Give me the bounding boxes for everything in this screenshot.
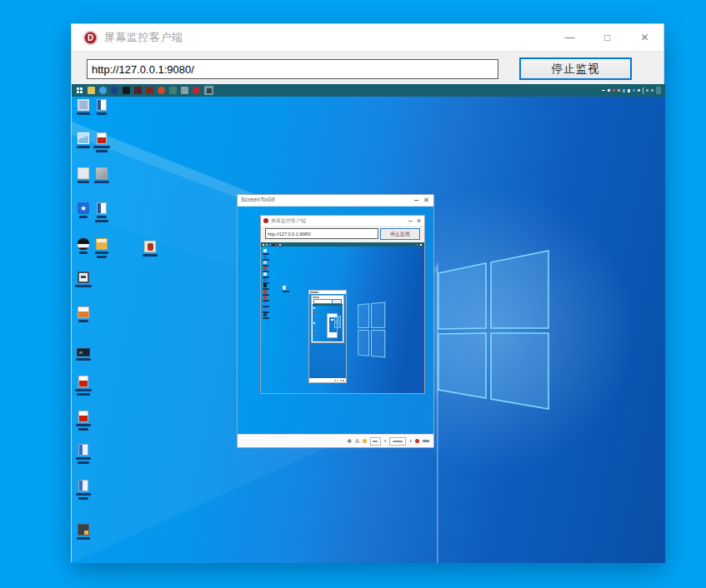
- desktop-icon[interactable]: [74, 524, 93, 540]
- tray-icon[interactable]: [638, 89, 640, 92]
- recorder-titlebar[interactable]: ScreenToGif: [238, 195, 433, 207]
- nested-close-icon[interactable]: [418, 219, 421, 222]
- maximize-icon[interactable]: □: [588, 24, 626, 51]
- desktop-icon[interactable]: [93, 99, 111, 115]
- system-tray[interactable]: [602, 84, 661, 97]
- board-icon[interactable]: [363, 439, 367, 443]
- desktop-icon[interactable]: [74, 480, 93, 500]
- recorder-close-icon[interactable]: [424, 197, 428, 202]
- app-logo-icon: [83, 31, 98, 45]
- recorder-window-level2: [308, 290, 347, 383]
- window-controls: — □ ✕: [551, 24, 663, 51]
- desktop-icon[interactable]: [93, 132, 111, 152]
- nested-client-titlebar: 屏幕监控客户端: [261, 216, 424, 226]
- tray-chevron-icon[interactable]: [646, 89, 648, 92]
- nested-url-input[interactable]: http://127.0.0.1:9080/: [265, 228, 378, 239]
- taskbar-app-icon[interactable]: [181, 87, 188, 94]
- fps-field[interactable]: [370, 437, 381, 446]
- nested-remote-view: [261, 242, 424, 393]
- close-icon[interactable]: ✕: [626, 24, 663, 51]
- minimize-icon[interactable]: —: [551, 24, 588, 51]
- nested-stop-button[interactable]: 停止监视: [380, 228, 420, 240]
- recorder-capture-area: 屏幕监控客户端 http://127.0.0.1:9080/ 停止监视: [238, 207, 433, 434]
- taskbar-app-icon[interactable]: [169, 87, 177, 94]
- tray-icon[interactable]: [623, 89, 625, 92]
- nested-icon-grid: [263, 249, 278, 319]
- taskbar-active-app-icon[interactable]: [204, 86, 213, 95]
- desktop-icon[interactable]: [74, 272, 93, 287]
- nested-client-title: 屏幕监控客户端: [271, 217, 306, 225]
- start-button-icon[interactable]: [76, 87, 83, 94]
- desktop-icon[interactable]: [74, 167, 93, 183]
- stop-monitor-button[interactable]: 停止监视: [519, 57, 632, 80]
- url-input[interactable]: [87, 59, 498, 79]
- desktop-icon[interactable]: [74, 238, 93, 254]
- nested-app-logo-icon: [263, 218, 268, 223]
- nested-client-window[interactable]: 屏幕监控客户端 http://127.0.0.1:9080/ 停止监视: [260, 215, 425, 394]
- nested-taskbar: [261, 242, 424, 247]
- dropdown-caret-icon[interactable]: ▾: [409, 439, 412, 443]
- recorder-title: ScreenToGif: [241, 197, 275, 202]
- remote-screen-view[interactable]: ★: [72, 84, 665, 563]
- desktop-icon[interactable]: [74, 444, 93, 464]
- nested-toolbar: http://127.0.0.1:9080/ 停止监视: [261, 226, 424, 242]
- desktop-icon[interactable]: ★: [74, 202, 93, 218]
- desktop-icon[interactable]: [74, 376, 93, 396]
- toolbar: 停止监视: [72, 51, 663, 84]
- window-title: 屏幕监控客户端: [104, 30, 183, 45]
- recorder-minimize-icon[interactable]: [414, 200, 418, 201]
- desktop-icon[interactable]: [74, 348, 93, 361]
- taskbar-app-icon[interactable]: [99, 87, 107, 94]
- nested-minimize-icon[interactable]: [408, 221, 413, 222]
- taskbar-app-icon[interactable]: [146, 87, 153, 94]
- tray-icon[interactable]: [608, 89, 610, 92]
- record-button[interactable]: [415, 439, 419, 443]
- nested-windows-logo: [358, 301, 385, 357]
- size-field[interactable]: [389, 437, 406, 446]
- move-region-icon[interactable]: ✚: [347, 438, 352, 444]
- show-desktop-button[interactable]: [656, 87, 661, 94]
- tray-icon[interactable]: [613, 89, 615, 92]
- nested-lone-icon: [283, 286, 289, 292]
- desktop-icon[interactable]: [141, 241, 159, 257]
- desktop-icon[interactable]: [74, 99, 93, 115]
- remote-taskbar[interactable]: [72, 84, 665, 97]
- tray-icon[interactable]: [628, 89, 630, 92]
- taskbar-app-icon[interactable]: [134, 87, 142, 94]
- taskbar-app-icon[interactable]: [158, 87, 165, 94]
- taskbar-app-icon[interactable]: [111, 87, 118, 94]
- tray-chevron-icon[interactable]: [651, 89, 653, 92]
- recorder-toolbar[interactable]: ✚ A ▾ ▾: [238, 434, 433, 447]
- nested-client-level2: [311, 295, 344, 343]
- recorder-window[interactable]: ScreenToGif 屏幕监控客户端 http: [237, 194, 434, 448]
- tray-separator: [643, 87, 643, 94]
- tray-minimize-icon[interactable]: [602, 90, 605, 91]
- desktop-icon[interactable]: [93, 238, 111, 258]
- record-label-smudge: [423, 440, 429, 442]
- taskbar-app-icon[interactable]: [123, 87, 130, 94]
- taskbar-app-icon[interactable]: [88, 87, 95, 94]
- titlebar[interactable]: 屏幕监控客户端 — □ ✕: [72, 24, 663, 51]
- desktop-icon[interactable]: [74, 411, 93, 431]
- desktop-icon[interactable]: [93, 202, 111, 222]
- pencil-icon[interactable]: A: [355, 438, 359, 444]
- dropdown-caret-icon[interactable]: ▾: [384, 439, 387, 443]
- app-window: 屏幕监控客户端 — □ ✕ 停止监视: [71, 23, 664, 562]
- desktop-icon[interactable]: [74, 306, 93, 322]
- desktop-icon[interactable]: [93, 167, 111, 183]
- tray-icon[interactable]: [618, 89, 620, 92]
- taskbar-app-icon[interactable]: [193, 87, 200, 94]
- desktop-icon[interactable]: [74, 132, 93, 148]
- tray-icon[interactable]: [633, 89, 635, 92]
- host-desktop: 屏幕监控客户端 — □ ✕ 停止监视: [0, 0, 706, 588]
